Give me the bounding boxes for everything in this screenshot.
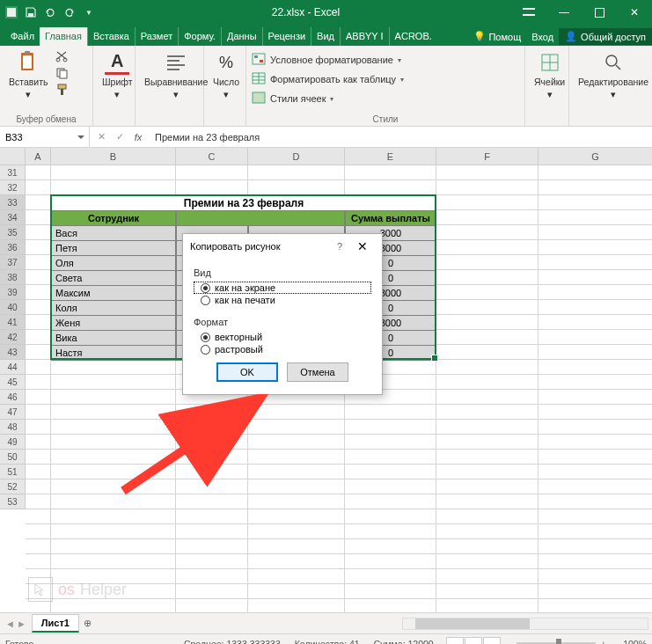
radio-as-screen[interactable]: как на экране	[194, 282, 371, 294]
table-row[interactable]: Света	[51, 270, 176, 286]
table-row[interactable]: Вика	[51, 330, 176, 346]
cell[interactable]	[436, 315, 538, 330]
maximize-icon[interactable]	[582, 0, 617, 25]
table-title[interactable]: Премии на 23 февраля	[51, 195, 436, 211]
cell[interactable]	[538, 195, 652, 210]
cell[interactable]	[345, 465, 436, 479]
cell[interactable]	[436, 584, 538, 599]
cell[interactable]	[538, 435, 652, 450]
login-button[interactable]: Вход	[526, 28, 559, 46]
cell[interactable]	[538, 405, 652, 420]
cell[interactable]	[26, 405, 51, 420]
cell[interactable]	[436, 330, 538, 345]
cell[interactable]	[436, 554, 538, 569]
cell[interactable]	[345, 554, 436, 569]
cell[interactable]	[26, 524, 51, 539]
save-icon[interactable]	[23, 4, 39, 20]
tab-formulas[interactable]: Форму.	[178, 27, 221, 46]
dialog-close-icon[interactable]: ✕	[350, 239, 375, 253]
cell[interactable]	[538, 255, 652, 270]
row-header[interactable]: 35	[0, 225, 26, 240]
cell[interactable]	[26, 509, 51, 524]
row-header[interactable]: 45	[0, 375, 26, 390]
sheet-nav-prev-icon[interactable]: ◄	[5, 618, 15, 629]
tab-review[interactable]: Рецензи	[262, 27, 311, 46]
row-header[interactable]: 48	[0, 420, 26, 435]
fx-accept-icon[interactable]: ✓	[112, 131, 128, 143]
cell[interactable]	[436, 195, 538, 210]
cell[interactable]	[51, 360, 176, 375]
cell[interactable]	[176, 450, 248, 465]
row-header[interactable]: 42	[0, 330, 26, 345]
format-as-table-button[interactable]: Форматировать как таблицу▾	[252, 71, 404, 87]
cell[interactable]	[436, 420, 538, 435]
cell[interactable]	[345, 405, 436, 420]
row-header[interactable]: 50	[0, 450, 26, 465]
cell[interactable]	[345, 450, 436, 465]
cell[interactable]	[51, 509, 176, 524]
radio-vector[interactable]: векторный	[194, 331, 371, 343]
cell[interactable]	[436, 599, 538, 612]
cancel-button[interactable]: Отмена	[287, 362, 348, 382]
cell[interactable]	[26, 390, 51, 405]
cell[interactable]	[176, 554, 248, 569]
font-button[interactable]: AШрифт▾	[99, 48, 136, 101]
number-button[interactable]: %Число▾	[209, 48, 243, 101]
name-box[interactable]: B33	[0, 127, 90, 147]
cell[interactable]	[51, 375, 176, 390]
cell[interactable]	[436, 165, 538, 180]
cell[interactable]	[51, 539, 176, 554]
cell[interactable]	[436, 270, 538, 285]
cell[interactable]	[248, 465, 345, 479]
row-header[interactable]: 53	[0, 494, 26, 509]
cell[interactable]	[26, 465, 51, 479]
cell[interactable]	[345, 479, 436, 494]
ribbon-options-icon[interactable]	[511, 0, 546, 25]
cell[interactable]	[538, 524, 652, 539]
format-painter-icon[interactable]	[55, 84, 71, 98]
cell[interactable]	[248, 435, 345, 450]
cell[interactable]	[51, 465, 176, 479]
cell[interactable]	[248, 554, 345, 569]
cell[interactable]	[538, 315, 652, 330]
row-header[interactable]: 33	[0, 195, 26, 210]
cell[interactable]	[176, 599, 248, 612]
column-header[interactable]: A	[26, 148, 51, 165]
cell[interactable]	[436, 360, 538, 375]
tab-home[interactable]: Главная	[40, 27, 87, 46]
cell[interactable]	[248, 180, 345, 195]
cell[interactable]	[436, 450, 538, 465]
cell[interactable]	[538, 479, 652, 494]
table-row[interactable]: Петя	[51, 240, 176, 256]
row-header[interactable]: 37	[0, 255, 26, 270]
cell[interactable]	[176, 539, 248, 554]
column-header[interactable]: D	[248, 148, 345, 165]
table-row[interactable]: Максим	[51, 285, 176, 301]
cell[interactable]	[51, 390, 176, 405]
cell[interactable]	[176, 494, 248, 509]
undo-icon[interactable]	[42, 4, 58, 20]
row-header[interactable]: 47	[0, 405, 26, 420]
cell[interactable]	[26, 539, 51, 554]
column-header[interactable]: B	[51, 148, 176, 165]
view-page-break-icon[interactable]	[483, 637, 501, 645]
cell[interactable]	[345, 524, 436, 539]
cell[interactable]	[26, 240, 51, 255]
row-header[interactable]: 52	[0, 479, 26, 494]
cell[interactable]	[436, 390, 538, 405]
dialog-help-icon[interactable]: ?	[329, 241, 350, 252]
cell[interactable]	[248, 405, 345, 420]
cell[interactable]	[248, 524, 345, 539]
cell[interactable]	[538, 450, 652, 465]
cell[interactable]	[538, 584, 652, 599]
cell[interactable]	[26, 375, 51, 390]
cell[interactable]	[176, 405, 248, 420]
cell[interactable]	[26, 330, 51, 345]
cell[interactable]	[51, 494, 176, 509]
cell[interactable]	[26, 315, 51, 330]
cell[interactable]	[26, 554, 51, 569]
tab-insert[interactable]: Вставка	[87, 27, 135, 46]
cell[interactable]	[538, 569, 652, 584]
cell[interactable]	[538, 390, 652, 405]
cell[interactable]	[436, 524, 538, 539]
